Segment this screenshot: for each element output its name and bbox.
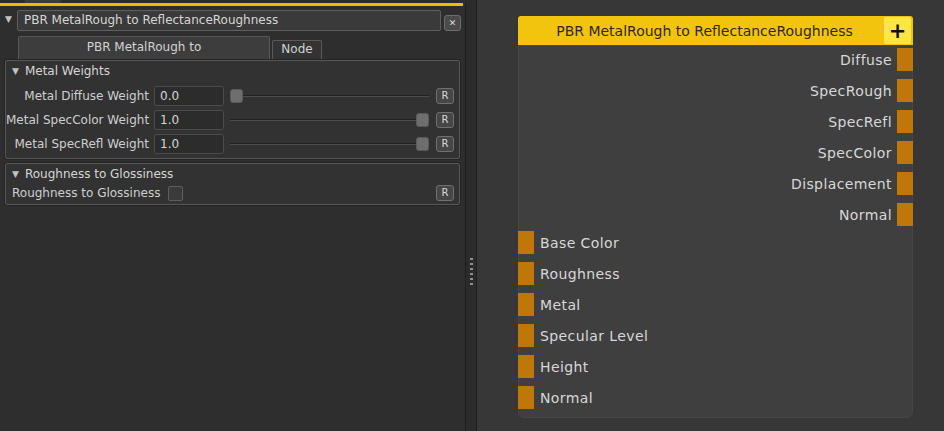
param-label: Metal Diffuse Weight: [6, 89, 154, 103]
slider-track: [230, 143, 429, 145]
pbr-metalrough-node[interactable]: PBR MetalRough to ReflectanceRoughness +…: [518, 16, 913, 418]
output-row-specrough: SpecRough: [518, 79, 913, 102]
properties-panel: ▼ PBR MetalRough to ReflectanceRoughness…: [0, 0, 466, 431]
input-row-roughness: Roughness: [518, 262, 913, 285]
input-port-base-color[interactable]: [518, 231, 534, 254]
metal-speccolor-weight-input[interactable]: [154, 110, 224, 130]
slider-handle[interactable]: [416, 113, 429, 127]
reset-button[interactable]: R: [436, 112, 454, 128]
port-label: SpecRough: [810, 83, 892, 99]
plus-icon: +: [889, 19, 907, 43]
metal-diffuse-weight-input[interactable]: [154, 86, 224, 106]
input-row-metal: Metal: [518, 293, 913, 316]
row-metal-specrefl-weight: Metal SpecRefl Weight R: [6, 132, 459, 156]
input-port-height[interactable]: [518, 355, 534, 378]
port-label: Base Color: [540, 235, 619, 251]
port-label: SpecColor: [818, 145, 892, 161]
slider-track: [230, 119, 429, 121]
reset-button[interactable]: R: [436, 136, 454, 152]
group-title: Roughness to Glossiness: [25, 167, 173, 181]
input-port-metal[interactable]: [518, 293, 534, 316]
output-port-normal[interactable]: [897, 203, 913, 226]
node-graph-view[interactable]: PBR MetalRough to ReflectanceRoughness +…: [477, 0, 944, 431]
slider-track: [230, 95, 429, 97]
param-label: Metal SpecColor Weight: [6, 113, 154, 127]
output-port-diffuse[interactable]: [897, 48, 913, 71]
panel-collapse-arrow-icon[interactable]: ▼: [5, 15, 12, 24]
output-row-speccolor: SpecColor: [518, 141, 913, 164]
output-row-normal: Normal: [518, 203, 913, 226]
tab-pbr-metalrough[interactable]: PBR MetalRough to ReflectanceRoughness: [18, 36, 270, 59]
output-row-displacement: Displacement: [518, 172, 913, 195]
node-body: Diffuse SpecRough SpecRefl SpecColor: [518, 45, 913, 418]
add-output-button[interactable]: +: [884, 17, 911, 44]
node-title: PBR MetalRough to ReflectanceRoughness: [556, 23, 853, 39]
port-label: Height: [540, 359, 589, 375]
port-label: Specular Level: [540, 328, 648, 344]
row-metal-speccolor-weight: Metal SpecColor Weight R: [6, 108, 459, 132]
slider-handle[interactable]: [230, 89, 243, 103]
input-row-specular-level: Specular Level: [518, 324, 913, 347]
port-label: Roughness: [540, 266, 620, 282]
input-row-height: Height: [518, 355, 913, 378]
node-header[interactable]: PBR MetalRough to ReflectanceRoughness +: [518, 16, 913, 45]
group-roughness-to-glossiness: ▼ Roughness to Glossiness Roughness to G…: [5, 163, 460, 205]
port-label: Displacement: [791, 176, 892, 192]
output-row-diffuse: Diffuse: [518, 48, 913, 71]
collapse-arrow-icon: ▼: [12, 67, 19, 76]
group-metal-weights-header[interactable]: ▼ Metal Weights: [12, 64, 110, 78]
slider-handle[interactable]: [416, 137, 429, 151]
group-metal-weights: ▼ Metal Weights Metal Diffuse Weight R M…: [5, 60, 460, 159]
roughness-to-glossiness-checkbox[interactable]: [168, 186, 183, 201]
port-label: SpecRefl: [828, 114, 892, 130]
metal-specrefl-weight-input[interactable]: [154, 134, 224, 154]
metal-specrefl-weight-slider[interactable]: [230, 134, 429, 154]
application-window: ▼ PBR MetalRough to ReflectanceRoughness…: [0, 0, 944, 431]
metal-speccolor-weight-slider[interactable]: [230, 110, 429, 130]
output-port-displacement[interactable]: [897, 172, 913, 195]
node-outputs: Diffuse SpecRough SpecRefl SpecColor: [518, 48, 913, 234]
param-label: Metal SpecRefl Weight: [6, 137, 154, 151]
port-label: Diffuse: [840, 52, 892, 68]
input-row-normal: Normal: [518, 386, 913, 409]
collapse-arrow-icon: ▼: [12, 170, 19, 179]
input-port-normal[interactable]: [518, 386, 534, 409]
input-port-specular-level[interactable]: [518, 324, 534, 347]
node-inputs: Base Color Roughness Metal Specular Leve…: [518, 231, 913, 417]
panel-splitter[interactable]: [466, 0, 477, 431]
reset-button[interactable]: R: [436, 185, 454, 201]
metal-weights-rows: Metal Diffuse Weight R Metal SpecColor W…: [6, 84, 459, 156]
input-row-base-color: Base Color: [518, 231, 913, 254]
output-port-specrough[interactable]: [897, 79, 913, 102]
panel-title[interactable]: PBR MetalRough to ReflectanceRoughness: [17, 10, 441, 31]
input-port-roughness[interactable]: [518, 262, 534, 285]
output-row-specrefl: SpecRefl: [518, 110, 913, 133]
tab-node[interactable]: Node: [272, 40, 322, 59]
close-icon: ✕: [449, 18, 457, 28]
output-port-specrefl[interactable]: [897, 110, 913, 133]
output-port-speccolor[interactable]: [897, 141, 913, 164]
port-label: Normal: [540, 390, 593, 406]
splitter-grip-icon: [470, 258, 473, 285]
panel-accent-line: [0, 3, 463, 6]
port-label: Metal: [540, 297, 581, 313]
close-button[interactable]: ✕: [444, 15, 461, 31]
row-metal-diffuse-weight: Metal Diffuse Weight R: [6, 84, 459, 108]
param-label: Roughness to Glossiness: [12, 186, 160, 200]
group-title: Metal Weights: [25, 64, 110, 78]
metal-diffuse-weight-slider[interactable]: [230, 86, 429, 106]
port-label: Normal: [839, 207, 892, 223]
row-roughness-to-glossiness: Roughness to Glossiness R: [12, 184, 455, 202]
group-roughness-header[interactable]: ▼ Roughness to Glossiness: [12, 167, 173, 181]
reset-button[interactable]: R: [436, 88, 454, 104]
